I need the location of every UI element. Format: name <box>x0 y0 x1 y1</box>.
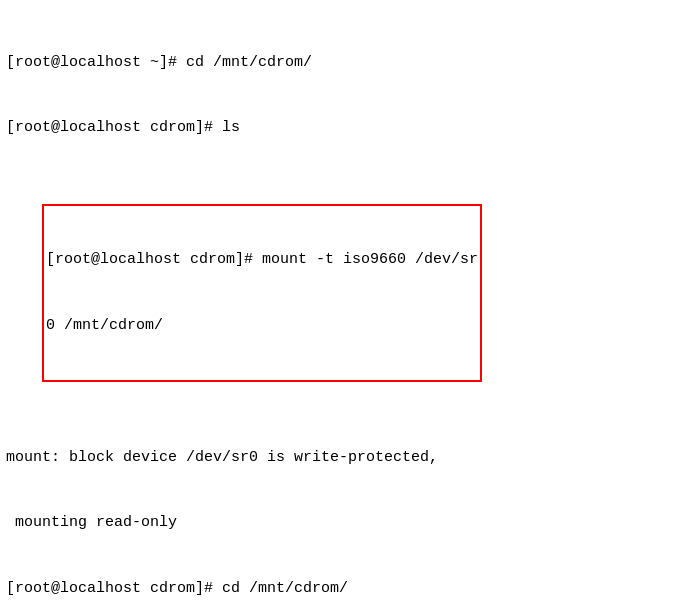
terminal-line-4: mount: block device /dev/sr0 is write-pr… <box>6 447 686 469</box>
terminal-line-1: [root@localhost ~]# cd /mnt/cdrom/ <box>6 52 686 74</box>
boxed-line-2: 0 /mnt/cdrom/ <box>46 315 478 337</box>
boxed-command: [root@localhost cdrom]# mount -t iso9660… <box>42 204 482 382</box>
terminal-line-2: [root@localhost cdrom]# ls <box>6 117 686 139</box>
terminal-boxed-section: [root@localhost cdrom]# mount -t iso9660… <box>6 182 686 404</box>
terminal-line-6: [root@localhost cdrom]# cd /mnt/cdrom/ <box>6 578 686 600</box>
terminal: [root@localhost ~]# cd /mnt/cdrom/ [root… <box>6 8 686 608</box>
terminal-line-5: mounting read-only <box>6 512 686 534</box>
boxed-line-1: [root@localhost cdrom]# mount -t iso9660… <box>46 249 478 271</box>
